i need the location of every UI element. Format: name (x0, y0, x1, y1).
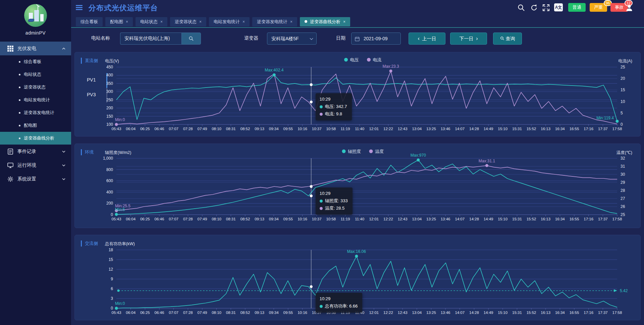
inverter-label: 逆变器 (244, 35, 258, 41)
x-tick-label: 12:22 (383, 217, 393, 221)
x-tick-label: 15:52 (527, 311, 536, 315)
chevron-down-icon (62, 163, 66, 167)
search-icon[interactable] (517, 4, 525, 12)
date-picker[interactable]: 2021-09-09 (351, 33, 401, 45)
x-tick-label: 15:52 (527, 217, 536, 221)
y-right-tick: 0 (621, 122, 623, 127)
x-tick-label: 09:55 (283, 217, 293, 221)
电压-line (116, 75, 617, 121)
x-tick-label: 10:37 (312, 127, 322, 131)
x-tick-label: 09:13 (255, 311, 264, 315)
close-icon[interactable]: × (126, 19, 128, 24)
next-day-label: 下一日 (459, 36, 473, 41)
x-tick-label: 11:19 (341, 311, 350, 315)
x-tick-label: 13:46 (441, 127, 450, 131)
y-left-tick: 15 (109, 257, 113, 262)
tab-label: 综合看板 (80, 19, 98, 24)
annotation-label: Max:31.1 (479, 159, 495, 163)
y-right-tick: 28 (621, 188, 625, 193)
status-badge-normal[interactable]: 普通 (568, 3, 586, 12)
y-left-tick: 450 (106, 65, 113, 69)
search-icon (189, 36, 194, 41)
tab-逆变器状态[interactable]: 逆变器状态× (170, 17, 206, 26)
x-tick-label: 10:37 (312, 217, 322, 221)
y-right-tick: 31 (621, 164, 625, 169)
chevron-down-icon (62, 177, 66, 181)
annotation-label: Min:0 (115, 117, 125, 122)
bullet-icon (19, 87, 20, 88)
sidebar-item-逆变器曲线分析[interactable]: 逆变器曲线分析 (0, 132, 71, 145)
close-icon[interactable]: × (243, 19, 245, 24)
x-tick-label: 08:31 (226, 311, 236, 315)
bullet-icon (19, 61, 20, 63)
sidebar-item-label: 逆变器曲线分析 (24, 135, 54, 141)
sidebar-group-system-settings[interactable]: 系统设置 (0, 172, 71, 186)
y-left-tick: 0 (111, 212, 113, 217)
y-left-tick: 0 (111, 306, 113, 311)
x-tick-label: 16:34 (555, 311, 565, 315)
previous-day-button[interactable]: ‹ 上一日 (409, 33, 445, 45)
x-tick-label: 17:16 (584, 311, 593, 315)
sidebar-item-配电图[interactable]: 配电图 (0, 119, 71, 132)
sidebar-item-电站发电统计[interactable]: 电站发电统计 (0, 94, 71, 106)
top-header: 分布式光伏运维平台 A文 普通 严重 96 事故 12 (71, 0, 644, 16)
x-tick-label: 10:58 (326, 311, 336, 315)
ac-side-chart-panel: 交流侧 181512963005:4306:0406:2506:4607:070… (74, 235, 641, 320)
sidebar-item-逆变器状态[interactable]: 逆变器状态 (0, 81, 71, 94)
sidebar-group-runtime-env[interactable]: 运行环境 (0, 158, 71, 172)
x-tick-label: 05:43 (112, 127, 121, 131)
active-power-chart[interactable]: 181512963005:4306:0406:2506:4607:0707:28… (75, 235, 641, 321)
annotation-label: Max:16.06 (347, 249, 366, 254)
crosshair-dot (310, 285, 313, 288)
close-icon[interactable]: × (290, 19, 292, 24)
close-icon[interactable]: × (199, 19, 202, 24)
fullscreen-icon[interactable] (542, 4, 550, 12)
query-button[interactable]: 查询 (493, 33, 522, 45)
status-badge-severe[interactable]: 严重 96 (590, 3, 607, 12)
dc-voltage-current-chart[interactable]: 450400350300250200150100252015105005:430… (75, 52, 641, 137)
language-icon[interactable]: A文 (554, 3, 563, 11)
x-tick-label: 13:04 (412, 127, 422, 131)
sidebar-group-pv-generation[interactable]: 光伏发电 (0, 42, 71, 55)
tab-电站发电统计[interactable]: 电站发电统计× (209, 17, 250, 26)
y-right-tick: 26 (621, 204, 625, 209)
refresh-icon[interactable] (530, 4, 538, 12)
irradiance-temperature-chart[interactable]: 1,0008006004002000323130292827262505:430… (75, 144, 641, 228)
x-tick-label: 06:46 (155, 127, 164, 131)
x-tick-label: 07:49 (198, 127, 207, 131)
x-tick-label: 15:31 (512, 127, 522, 131)
x-tick-label: 17:58 (612, 127, 622, 131)
tab-配电图[interactable]: 配电图× (105, 17, 133, 26)
close-icon[interactable]: × (160, 19, 163, 24)
x-tick-label: 16:55 (570, 127, 579, 131)
legend-label: 温度 (375, 149, 384, 154)
sidebar-item-综合看板[interactable]: 综合看板 (0, 55, 71, 68)
tab-逆变器曲线分析[interactable]: 逆变器曲线分析× (300, 17, 350, 26)
tab-综合看板[interactable]: 综合看板 (76, 17, 103, 26)
x-tick-label: 15:31 (512, 217, 522, 221)
logo-wrap: adminPV (0, 0, 71, 36)
annotation-label: Min:119.4 (596, 116, 614, 120)
y-right-tick: 10 (621, 99, 625, 104)
x-tick-label: 07:07 (169, 311, 178, 315)
next-day-button[interactable]: 下一日 › (450, 33, 487, 45)
sidebar-group-event-log[interactable]: 事件记录 (0, 145, 71, 158)
y-left-axis-title: 总有功功率(kW) (105, 241, 135, 246)
tab-逆变器发电统计[interactable]: 逆变器发电统计× (252, 17, 297, 26)
tab-电站状态[interactable]: 电站状态× (136, 17, 167, 26)
station-name-input[interactable] (120, 33, 181, 45)
sidebar-item-电站状态[interactable]: 电站状态 (0, 68, 71, 81)
y-left-tick: 400 (106, 190, 113, 195)
menu-toggle-icon[interactable] (76, 5, 83, 10)
chevron-down-icon (62, 150, 66, 154)
query-label: 查询 (505, 36, 515, 41)
inverter-select[interactable]: 安科瑞A楼5F (267, 33, 317, 45)
legend-label: 电压 (350, 57, 359, 62)
sidebar-item-逆变器发电统计[interactable]: 逆变器发电统计 (0, 106, 71, 119)
station-search-button[interactable] (181, 33, 201, 45)
bullet-icon (19, 138, 20, 139)
x-tick-label: 13:25 (426, 127, 436, 131)
close-icon[interactable]: × (343, 19, 345, 24)
user-icon[interactable] (625, 4, 633, 12)
x-tick-label: 06:04 (126, 127, 136, 131)
